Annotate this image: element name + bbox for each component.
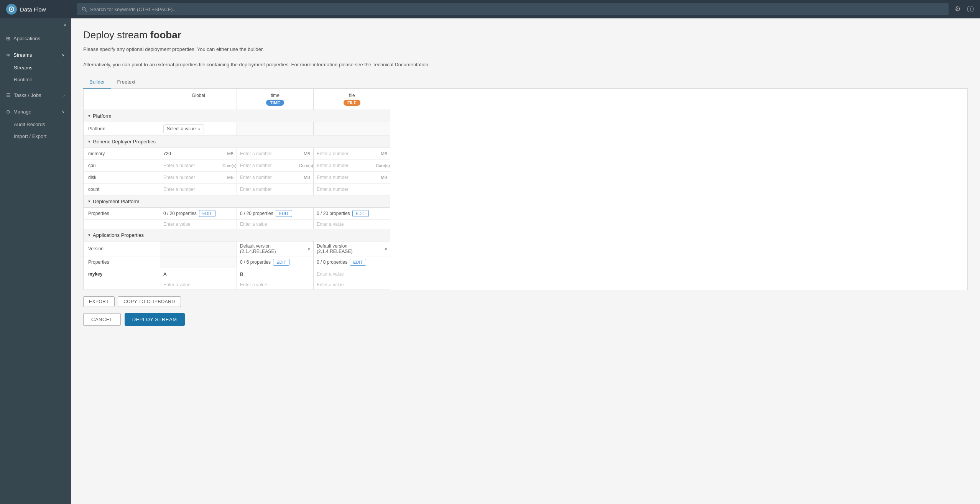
tab-freetext[interactable]: Freetext xyxy=(111,76,141,89)
header-icons: ⚙ ⓘ xyxy=(955,5,974,14)
count-global[interactable] xyxy=(160,184,237,195)
main-content: Deploy stream foobar Please specify any … xyxy=(71,18,980,504)
search-placeholder: Search for keywords (CTRL+SPACE)... xyxy=(90,7,177,12)
sidebar-sub-item-import-export[interactable]: Import / Export xyxy=(0,130,71,142)
section-chevron-platform[interactable]: ▾ xyxy=(88,113,90,118)
memory-global[interactable]: MB xyxy=(160,148,237,160)
mykey-extra-global-input[interactable] xyxy=(163,282,233,287)
mykey-file[interactable] xyxy=(314,268,390,280)
section-generic-deployer: ▾ Generic Deployer Properties xyxy=(84,136,390,148)
memory-file[interactable]: MB xyxy=(314,148,390,160)
mykey-extra-global[interactable] xyxy=(160,280,237,290)
count-time[interactable] xyxy=(237,184,314,195)
app-name: Data Flow xyxy=(20,6,46,13)
deploy-props-file-edit[interactable]: EDIT xyxy=(352,210,369,217)
cpu-time-input[interactable] xyxy=(240,163,298,168)
deploy-value-global[interactable] xyxy=(160,220,237,229)
col-header-time: time TIME xyxy=(237,89,314,110)
memory-time-input[interactable] xyxy=(240,151,303,156)
count-file[interactable] xyxy=(314,184,390,195)
sidebar-item-applications[interactable]: ⊞ Applications xyxy=(0,32,71,45)
version-file[interactable]: Default version (2.1.4.RELEASE) ∨ xyxy=(314,241,390,256)
mykey-global: A xyxy=(160,268,237,280)
disk-time-input[interactable] xyxy=(240,175,303,180)
mykey-extra-file[interactable] xyxy=(314,280,390,290)
deploy-value-file-input[interactable] xyxy=(317,222,387,227)
memory-time[interactable]: MB xyxy=(237,148,314,160)
sidebar-sub-item-audit[interactable]: Audit Records xyxy=(0,118,71,130)
tasks-icon: ☰ xyxy=(6,92,11,98)
disk-global-input[interactable] xyxy=(163,175,226,180)
app-props-time-edit[interactable]: EDIT xyxy=(273,259,289,266)
sidebar-item-manage[interactable]: ⊙ Manage ∨ xyxy=(0,105,71,118)
platform-file-cell xyxy=(314,122,390,136)
disk-file[interactable]: MB xyxy=(314,172,390,184)
deploy-value-global-input[interactable] xyxy=(163,222,233,227)
version-time[interactable]: Default version (2.1.4.RELEASE) ∨ xyxy=(237,241,314,256)
sidebar-item-label: Tasks / Jobs xyxy=(14,92,41,98)
tab-builder[interactable]: Builder xyxy=(83,76,111,89)
copy-to-clipboard-button[interactable]: COPY TO CLIPBOARD xyxy=(118,296,181,307)
deploy-value-file[interactable] xyxy=(314,220,390,229)
disk-label: disk xyxy=(84,172,160,184)
app-props-file-edit[interactable]: EDIT xyxy=(350,259,366,266)
search-icon xyxy=(82,7,87,12)
mykey-extra-file-input[interactable] xyxy=(317,282,387,287)
count-file-input[interactable] xyxy=(317,187,387,192)
deploy-value-time-input[interactable] xyxy=(240,222,310,227)
version-file-arrow: ∨ xyxy=(385,247,387,251)
deploy-value-time[interactable] xyxy=(237,220,314,229)
deploy-value-label xyxy=(84,220,160,229)
mykey-extra-time[interactable] xyxy=(237,280,314,290)
count-time-input[interactable] xyxy=(240,187,310,192)
section-chevron-generic[interactable]: ▾ xyxy=(88,139,90,144)
cpu-file-input[interactable] xyxy=(317,163,374,168)
sidebar-sub-item-streams[interactable]: Streams xyxy=(0,62,71,74)
mykey-time: B xyxy=(237,268,314,280)
sidebar-sub-item-runtime[interactable]: Runtime xyxy=(0,74,71,85)
mykey-file-input[interactable] xyxy=(317,271,387,277)
col-header-global: Global xyxy=(160,89,237,110)
app-props-global xyxy=(160,256,237,268)
disk-time[interactable]: MB xyxy=(237,172,314,184)
info-icon[interactable]: ⓘ xyxy=(967,5,974,14)
section-chevron-app[interactable]: ▾ xyxy=(88,233,90,238)
description-line1: Please specify any optional deployment p… xyxy=(83,46,968,53)
section-chevron-deployment[interactable]: ▾ xyxy=(88,199,90,204)
deploy-props-global-edit[interactable]: EDIT xyxy=(199,210,215,217)
export-button[interactable]: EXPORT xyxy=(83,296,115,307)
manage-icon: ⊙ xyxy=(6,109,10,115)
svg-line-3 xyxy=(85,10,87,11)
cpu-global[interactable]: Core(s) xyxy=(160,160,237,172)
collapse-icon[interactable]: « xyxy=(64,21,66,27)
disk-global[interactable]: MB xyxy=(160,172,237,184)
platform-select[interactable]: Select a value ∨ xyxy=(163,124,204,133)
col-header-file: file FILE xyxy=(314,89,390,110)
deploy-stream-button[interactable]: DEPLOY STREAM xyxy=(125,313,185,326)
sidebar-item-label: Manage xyxy=(13,109,31,115)
sidebar-item-streams[interactable]: ≋ Streams ∨ xyxy=(0,48,71,62)
cpu-time[interactable]: Core(s) xyxy=(237,160,314,172)
mykey-label: mykey xyxy=(84,268,160,280)
sidebar-item-tasks[interactable]: ☰ Tasks / Jobs › xyxy=(0,89,71,102)
mykey-extra-time-input[interactable] xyxy=(240,282,310,287)
platform-global-cell[interactable]: Select a value ∨ xyxy=(160,122,237,136)
footer-bar: CANCEL DEPLOY STREAM xyxy=(83,313,968,326)
search-bar[interactable]: Search for keywords (CTRL+SPACE)... xyxy=(77,3,949,15)
version-time-select[interactable]: Default version (2.1.4.RELEASE) ∨ xyxy=(240,243,310,254)
cpu-file[interactable]: Core(s) xyxy=(314,160,390,172)
cancel-button[interactable]: CANCEL xyxy=(83,313,121,326)
version-file-select[interactable]: Default version (2.1.4.RELEASE) ∨ xyxy=(317,243,387,254)
logo-icon xyxy=(6,4,17,15)
cpu-global-input[interactable] xyxy=(163,163,221,168)
count-global-input[interactable] xyxy=(163,187,233,192)
settings-icon[interactable]: ⚙ xyxy=(955,5,961,14)
app-props-label: Properties xyxy=(84,256,160,268)
action-bar: EXPORT COPY TO CLIPBOARD xyxy=(83,296,968,307)
sidebar-collapse-btn[interactable]: « xyxy=(0,18,71,30)
deploy-props-time-edit[interactable]: EDIT xyxy=(276,210,292,217)
memory-global-input[interactable] xyxy=(163,151,226,156)
disk-file-input[interactable] xyxy=(317,175,380,180)
sidebar-section-manage: ⊙ Manage ∨ Audit Records Import / Export xyxy=(0,103,71,144)
memory-file-input[interactable] xyxy=(317,151,380,156)
